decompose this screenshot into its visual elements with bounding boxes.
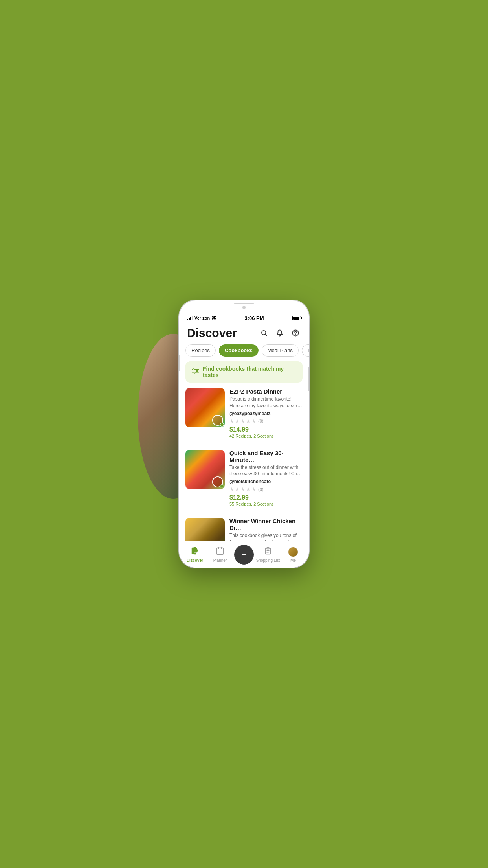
cookbook-title: Quick and Easy 30-Minute… xyxy=(229,450,303,463)
svg-rect-17 xyxy=(267,548,269,549)
nav-planner[interactable]: Planner xyxy=(207,546,233,563)
svg-line-1 xyxy=(265,334,266,335)
taste-match-banner[interactable]: Find cookbooks that match my tastes xyxy=(185,361,303,383)
bottom-nav: Discover Planner + Shoppi xyxy=(179,541,309,568)
verified-badge xyxy=(220,423,224,427)
reviews-count: (0) xyxy=(258,487,263,492)
divider xyxy=(192,512,296,512)
discover-label: Discover xyxy=(187,558,203,563)
app-content: Discover xyxy=(179,322,309,560)
header: Discover xyxy=(179,322,309,343)
user-avatar xyxy=(288,547,298,557)
cookbook-author: @eazypeazymealz xyxy=(229,411,303,416)
cookbook-price: $14.99 xyxy=(229,426,303,433)
wifi-icon: ⌘ xyxy=(211,315,216,321)
me-label: Me xyxy=(290,558,296,563)
tab-recipes[interactable]: Recipes xyxy=(185,344,216,357)
svg-point-7 xyxy=(193,369,194,370)
cookbook-author: @melskitchencafe xyxy=(229,479,303,484)
tab-cookbooks[interactable]: Cookbooks xyxy=(219,344,259,357)
tab-meal-plans[interactable]: Meal Plans xyxy=(262,344,299,357)
shopping-label: Shopping List xyxy=(256,558,280,563)
cookbook-price: $12.99 xyxy=(229,494,303,501)
cookbook-info: Quick and Easy 30-Minute… Take the stres… xyxy=(229,450,303,507)
tab-people[interactable]: People xyxy=(302,344,309,357)
front-camera xyxy=(242,306,246,309)
taste-banner-text: Find cookbooks that match my tastes xyxy=(203,366,296,378)
scene: Verizon ⌘ 3:06 PM Discover xyxy=(161,287,327,581)
divider xyxy=(192,444,296,444)
notifications-button[interactable] xyxy=(274,327,285,338)
cookbook-description: Take the stress out of dinner with these… xyxy=(229,464,303,478)
phone-speaker xyxy=(179,300,309,306)
star-5: ★ xyxy=(251,418,256,424)
cookbook-meta: 55 Recipes, 2 Sections xyxy=(229,502,303,506)
cookbook-info: EZPZ Pasta Dinner Pasta is a dinnertime … xyxy=(229,388,303,438)
cookbook-image-wrap xyxy=(185,388,225,427)
power-button xyxy=(308,367,309,391)
filter-icon xyxy=(192,368,199,375)
star-1: ★ xyxy=(229,418,234,424)
signal-icon xyxy=(187,316,193,320)
status-time: 3:06 PM xyxy=(244,315,264,321)
nav-shopping[interactable]: Shopping List xyxy=(255,546,281,563)
star-3: ★ xyxy=(240,486,245,492)
star-1: ★ xyxy=(229,486,234,492)
volume-button xyxy=(179,355,180,371)
nav-discover[interactable]: Discover xyxy=(182,546,207,563)
help-button[interactable] xyxy=(290,327,301,338)
svg-rect-13 xyxy=(217,548,224,555)
cookbook-title: Winner Winner Chicken Di… xyxy=(229,518,303,531)
star-3: ★ xyxy=(240,418,245,424)
shopping-icon xyxy=(264,546,272,557)
page-title: Discover xyxy=(187,326,237,340)
planner-icon xyxy=(216,546,224,557)
status-left: Verizon ⌘ xyxy=(187,315,216,321)
add-button[interactable]: + xyxy=(234,545,254,565)
filter-tabs: Recipes Cookbooks Meal Plans People xyxy=(179,343,309,361)
nav-me[interactable]: Me xyxy=(281,547,306,563)
reviews-count: (0) xyxy=(258,419,263,423)
cookbook-card[interactable]: EZPZ Pasta Dinner Pasta is a dinnertime … xyxy=(185,388,303,438)
phone-shell: Verizon ⌘ 3:06 PM Discover xyxy=(179,300,309,568)
planner-label: Planner xyxy=(213,558,227,563)
star-5: ★ xyxy=(251,486,256,492)
star-4: ★ xyxy=(246,486,251,492)
verified-badge xyxy=(220,484,224,488)
star-2: ★ xyxy=(235,418,240,424)
cookbook-rating: ★ ★ ★ ★ ★ (0) xyxy=(229,418,303,424)
header-icons xyxy=(259,327,301,338)
cookbook-meta: 42 Recipes, 2 Sections xyxy=(229,434,303,438)
cookbook-card[interactable]: Quick and Easy 30-Minute… Take the stres… xyxy=(185,450,303,507)
add-icon: + xyxy=(241,550,247,559)
cookbook-rating: ★ ★ ★ ★ ★ (0) xyxy=(229,486,303,492)
svg-point-8 xyxy=(196,370,198,372)
cookbook-image-wrap xyxy=(185,450,225,489)
status-bar: Verizon ⌘ 3:06 PM xyxy=(187,314,301,322)
star-2: ★ xyxy=(235,486,240,492)
search-button[interactable] xyxy=(259,327,270,338)
svg-point-9 xyxy=(194,372,196,374)
carrier-label: Verizon xyxy=(194,316,210,320)
cookbook-description: Pasta is a dinnertime favorite! Here are… xyxy=(229,396,303,409)
phone-top: Verizon ⌘ 3:06 PM xyxy=(179,311,309,322)
cookbook-title: EZPZ Pasta Dinner xyxy=(229,388,303,395)
discover-icon xyxy=(191,546,199,557)
cookbook-list: EZPZ Pasta Dinner Pasta is a dinnertime … xyxy=(179,388,309,560)
star-4: ★ xyxy=(246,418,251,424)
battery-icon xyxy=(292,316,301,320)
